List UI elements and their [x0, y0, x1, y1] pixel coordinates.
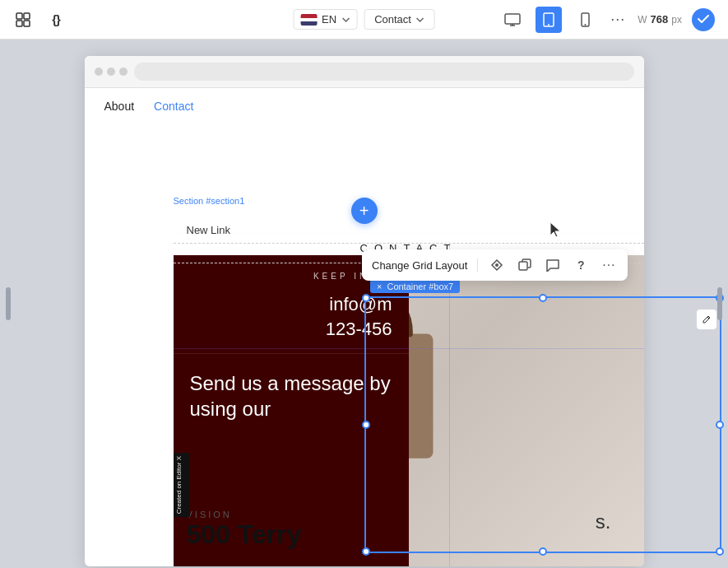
site-nav: About Contact [85, 88, 644, 124]
page-frame: About Contact Section #section1 + New Li… [85, 56, 644, 566]
new-link-label[interactable]: New Link [187, 224, 230, 236]
container-close-icon[interactable]: × [377, 282, 382, 291]
top-toolbar: {} EN Contact [0, 0, 728, 40]
grid-layout-icon[interactable] [488, 256, 506, 274]
nav-item-about[interactable]: About [104, 100, 135, 113]
svg-point-8 [548, 24, 549, 26]
grid-icon[interactable] [13, 10, 33, 30]
svg-point-16 [495, 263, 498, 267]
width-value[interactable]: 768 [651, 13, 669, 26]
toolbar-center: EN Contact [293, 9, 435, 30]
mobile-view-button[interactable] [572, 7, 598, 33]
page-label: Contact [374, 13, 411, 26]
vision-label: VISION [187, 510, 302, 519]
language-label: EN [322, 13, 336, 26]
browser-dot-1 [95, 68, 103, 76]
more-toolbar-icon[interactable]: ··· [600, 256, 618, 274]
tablet-view-button[interactable] [536, 7, 562, 33]
container-label-text: Container #box7 [387, 282, 453, 291]
vision-number-container: 500 Terry [187, 519, 302, 550]
chevron-down-icon [341, 17, 350, 22]
floating-toolbar: Change Grid Layout ? ··· [362, 249, 628, 281]
add-section-button[interactable]: + [351, 198, 378, 224]
flag-icon [300, 14, 317, 26]
comment-icon[interactable] [544, 256, 562, 274]
toolbar-left: {} [13, 10, 66, 30]
vision-number: 500 Terry [187, 519, 302, 550]
chevron-down-icon-2 [416, 17, 424, 22]
section-label: Section #section1 [174, 196, 245, 206]
right-panel-bottom: Send us a message by using our [174, 354, 409, 438]
content-grid: VISION 500 Terry s. KEEP IN TO info@m 12… [174, 255, 644, 566]
svg-rect-3 [24, 21, 30, 26]
container-label[interactable]: × Container #box7 [370, 280, 460, 293]
handle-bar-right[interactable] [717, 287, 722, 320]
right-sidebar-handle[interactable] [712, 40, 728, 568]
browser-dot-3 [119, 68, 128, 76]
svg-rect-4 [505, 14, 520, 24]
browser-dots [95, 68, 128, 76]
browser-url-bar [134, 63, 634, 81]
code-icon[interactable]: {} [46, 10, 66, 30]
width-label: W [638, 14, 647, 26]
contact-info: info@m 123-456 [190, 294, 392, 340]
send-message-text: Send us a message by using our [190, 370, 392, 421]
vision-text: VISION 500 Terry [187, 510, 302, 550]
svg-point-10 [584, 24, 586, 26]
width-unit: px [671, 14, 682, 26]
left-sidebar-handle[interactable] [0, 40, 16, 568]
brand-logo: s. [596, 510, 611, 533]
desktop-view-button[interactable] [499, 7, 526, 33]
browser-chrome [85, 56, 644, 88]
help-icon[interactable]: ? [572, 256, 590, 274]
svg-rect-0 [16, 13, 22, 19]
browser-dot-2 [107, 68, 115, 76]
svg-rect-17 [519, 262, 527, 270]
toolbar-divider-1 [477, 258, 478, 272]
editorx-badge: Created on Editor X [174, 453, 190, 517]
handle-bar-left[interactable] [6, 287, 11, 320]
grid-line-horizontal [174, 348, 644, 349]
svg-rect-1 [24, 13, 30, 19]
change-grid-layout-label: Change Grid Layout [372, 259, 467, 272]
contact-phone: 123-456 [190, 319, 392, 340]
nav-item-contact[interactable]: Contact [154, 100, 193, 113]
canvas-area: About Contact Section #section1 + New Li… [0, 40, 728, 568]
page-selector[interactable]: Contact [364, 9, 435, 30]
svg-rect-2 [16, 21, 22, 26]
contact-email: info@m [190, 294, 392, 315]
width-control: W 768 px [638, 13, 682, 26]
new-link-bar: New Link [174, 217, 644, 244]
language-selector[interactable]: EN [293, 9, 357, 30]
more-options-icon[interactable]: ··· [608, 10, 628, 30]
duplicate-icon[interactable] [516, 256, 534, 274]
publish-button[interactable] [692, 8, 715, 31]
toolbar-right: ··· W 768 px [499, 7, 715, 33]
